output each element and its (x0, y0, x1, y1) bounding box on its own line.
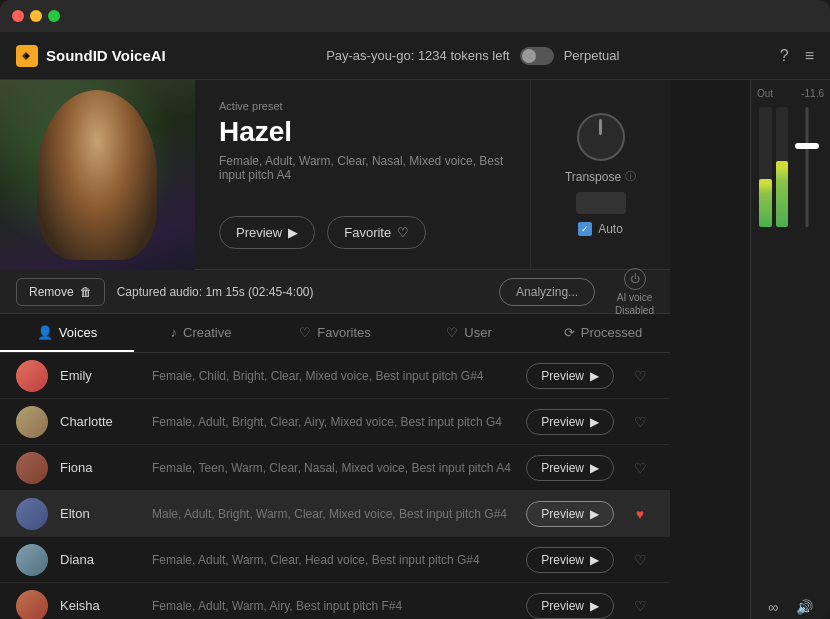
auto-label: Auto (598, 222, 623, 236)
play-icon-charlotte: ▶ (590, 415, 599, 429)
voice-tags-charlotte: Female, Adult, Bright, Clear, Airy, Mixe… (152, 415, 514, 429)
preview-button-emily[interactable]: Preview ▶ (526, 363, 614, 389)
fader-knob[interactable] (795, 143, 819, 149)
help-icon[interactable]: ? (780, 47, 789, 65)
creative-icon: ♪ (171, 325, 178, 340)
auto-check[interactable]: ✓ Auto (578, 222, 623, 236)
tab-favorites[interactable]: ♡ Favorites (268, 314, 402, 352)
out-value: -11.6 (801, 88, 824, 99)
heart-button-fiona[interactable]: ♡ (626, 454, 654, 482)
preview-button-fiona[interactable]: Preview ▶ (526, 455, 614, 481)
voice-row-charlotte[interactable]: Charlotte Female, Adult, Bright, Clear, … (0, 399, 670, 445)
tab-processed[interactable]: ⟳ Processed (536, 314, 670, 352)
preview-button-keisha[interactable]: Preview ▶ (526, 593, 614, 619)
auto-checkbox[interactable]: ✓ (578, 222, 592, 236)
tab-user[interactable]: ♡ User (402, 314, 536, 352)
voice-row-emily[interactable]: Emily Female, Child, Bright, Clear, Mixe… (0, 353, 670, 399)
captured-info: Captured audio: 1m 15s (02:45-4:00) (117, 285, 487, 299)
tab-favorites-label: Favorites (317, 325, 370, 340)
transpose-area: Transpose ⓘ ✓ Auto (530, 80, 670, 269)
meter-bar-left (759, 107, 772, 227)
voice-name-emily: Emily (60, 368, 140, 383)
tab-creative[interactable]: ♪ Creative (134, 314, 268, 352)
remove-button[interactable]: Remove 🗑 (16, 278, 105, 306)
header-center: Pay-as-you-go: 1234 tokens left Perpetua… (166, 47, 780, 65)
play-icon-fiona: ▶ (590, 461, 599, 475)
minimize-button[interactable] (30, 10, 42, 22)
avatar-diana (16, 544, 48, 576)
preset-image-content (0, 80, 195, 270)
voice-tags-emily: Female, Child, Bright, Clear, Mixed voic… (152, 369, 514, 383)
play-icon: ▶ (288, 225, 298, 240)
traffic-lights (12, 10, 60, 22)
titlebar (0, 0, 830, 32)
meter-fill-left (759, 179, 772, 227)
voice-name-elton: Elton (60, 506, 140, 521)
ai-voice-status: ⏻ AI voice Disabled (615, 268, 654, 316)
favorite-button[interactable]: Favorite ♡ (327, 216, 426, 249)
heart-button-emily[interactable]: ♡ (626, 362, 654, 390)
capture-bar: Remove 🗑 Captured audio: 1m 15s (02:45-4… (0, 270, 670, 314)
heart-button-diana[interactable]: ♡ (626, 546, 654, 574)
main-content: Active preset Hazel Female, Adult, Warm,… (0, 80, 750, 619)
preview-button[interactable]: Preview ▶ (219, 216, 315, 249)
preview-button-charlotte[interactable]: Preview ▶ (526, 409, 614, 435)
preset-buttons: Preview ▶ Favorite ♡ (219, 216, 506, 249)
favorites-icon: ♡ (299, 325, 311, 340)
transpose-label: Transpose ⓘ (565, 169, 636, 184)
close-button[interactable] (12, 10, 24, 22)
preview-button-diana[interactable]: Preview ▶ (526, 547, 614, 573)
play-icon-diana: ▶ (590, 553, 599, 567)
voice-name-charlotte: Charlotte (60, 414, 140, 429)
preset-tags: Female, Adult, Warm, Clear, Nasal, Mixed… (219, 154, 506, 182)
maximize-button[interactable] (48, 10, 60, 22)
menu-icon[interactable]: ≡ (805, 47, 814, 65)
heart-button-elton[interactable]: ♥ (626, 500, 654, 528)
remove-label: Remove (29, 285, 74, 299)
voice-name-keisha: Keisha (60, 598, 140, 613)
voice-list: Emily Female, Child, Bright, Clear, Mixe… (0, 353, 670, 619)
analyzing-label: Analyzing... (516, 285, 578, 299)
tab-voices-label: Voices (59, 325, 97, 340)
avatar-elton (16, 498, 48, 530)
play-icon-elton: ▶ (590, 507, 599, 521)
active-preset-label: Active preset (219, 100, 506, 112)
tab-voices[interactable]: 👤 Voices (0, 314, 134, 352)
out-label: Out (757, 88, 773, 99)
loop-icon[interactable]: ∞ (768, 599, 778, 615)
app-title: SoundID VoiceAI (46, 47, 166, 64)
transpose-dial[interactable] (577, 113, 625, 161)
voice-row-elton[interactable]: Elton Male, Adult, Bright, Warm, Clear, … (0, 491, 670, 537)
tab-processed-label: Processed (581, 325, 642, 340)
preset-name: Hazel (219, 116, 506, 148)
processed-icon: ⟳ (564, 325, 575, 340)
preview-button-elton[interactable]: Preview ▶ (526, 501, 614, 527)
voices-icon: 👤 (37, 325, 53, 340)
preset-silhouette (37, 90, 157, 260)
voice-row-fiona[interactable]: Fiona Female, Teen, Warm, Clear, Nasal, … (0, 445, 670, 491)
ai-voice-label: AI voice (617, 292, 653, 303)
avatar-fiona (16, 452, 48, 484)
logo-icon (16, 45, 38, 67)
ai-power-button[interactable]: ⏻ (624, 268, 646, 290)
trash-icon: 🗑 (80, 285, 92, 299)
play-icon-emily: ▶ (590, 369, 599, 383)
heart-button-keisha[interactable]: ♡ (626, 592, 654, 620)
avatar-charlotte (16, 406, 48, 438)
header-right: ? ≡ (780, 47, 814, 65)
info-icon: ⓘ (625, 169, 636, 184)
speaker-icon[interactable]: 🔊 (796, 599, 813, 615)
analyzing-button[interactable]: Analyzing... (499, 278, 595, 306)
header: SoundID VoiceAI Pay-as-you-go: 1234 toke… (0, 32, 830, 80)
avatar-keisha (16, 590, 48, 620)
voice-row-keisha[interactable]: Keisha Female, Adult, Warm, Airy, Best i… (0, 583, 670, 619)
voice-name-diana: Diana (60, 552, 140, 567)
perpetual-toggle[interactable] (520, 47, 554, 65)
voice-row-diana[interactable]: Diana Female, Adult, Warm, Clear, Head v… (0, 537, 670, 583)
heart-button-charlotte[interactable]: ♡ (626, 408, 654, 436)
preview-label: Preview (236, 225, 282, 240)
favorite-label: Favorite (344, 225, 391, 240)
preset-info: Active preset Hazel Female, Adult, Warm,… (195, 80, 530, 269)
voice-tags-keisha: Female, Adult, Warm, Airy, Best input pi… (152, 599, 514, 613)
meter-area (751, 103, 830, 591)
